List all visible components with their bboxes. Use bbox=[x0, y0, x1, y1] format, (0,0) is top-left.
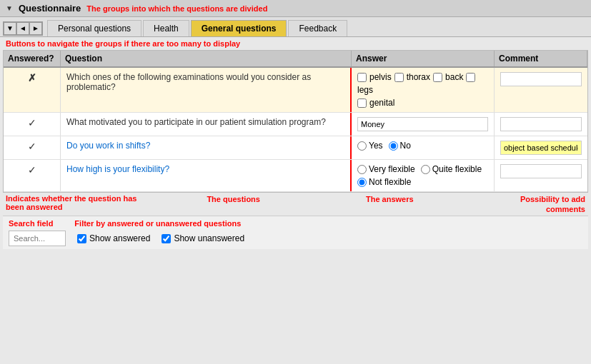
table-header: Answered? Question Answer Comment bbox=[4, 51, 587, 68]
question-text-1: Which ones of the following examinations… bbox=[66, 72, 311, 92]
comment-input-4[interactable] bbox=[500, 164, 582, 178]
radio-yes[interactable] bbox=[357, 141, 367, 151]
question-text-2: What motivated you to participate in our… bbox=[66, 117, 326, 127]
tab-row: ▼ ◄ ► Personal questions Health General … bbox=[0, 17, 591, 37]
checkbox-pelvis[interactable] bbox=[357, 73, 367, 82]
checkbox-back[interactable] bbox=[433, 73, 442, 82]
answered-annotation: Indicates whether the question has been … bbox=[6, 194, 149, 211]
top-bar: ▼ Questionnaire The groups into which th… bbox=[0, 0, 591, 17]
answer-cell-4: Very flexible Quite flexible Not flexibl… bbox=[352, 160, 495, 191]
show-answered-label[interactable]: Show answered bbox=[77, 233, 150, 243]
radio-group-flex1: Very flexible Quite flexible bbox=[357, 164, 488, 174]
answers-annotation: The answers bbox=[366, 195, 414, 203]
ann-right: Possibility to add comments bbox=[492, 194, 585, 214]
header-question: Question bbox=[61, 51, 352, 66]
radio-group-flex2: Not flexible bbox=[357, 177, 488, 187]
header-answer: Answer bbox=[352, 51, 495, 66]
comment-cell-3 bbox=[495, 136, 587, 159]
radio-group-yesno: Yes No bbox=[357, 141, 488, 151]
nav-buttons: ▼ ◄ ► bbox=[3, 21, 43, 36]
comment-cell-1 bbox=[495, 68, 587, 112]
checkbox-group-1: pelvis thorax back legs bbox=[357, 72, 488, 95]
question-text-3: Do you work in shifts? bbox=[66, 141, 150, 151]
show-answered-checkbox[interactable] bbox=[77, 234, 86, 243]
comment-input-1[interactable] bbox=[500, 72, 582, 86]
question-cell-4: How high is your flexibility? bbox=[61, 160, 352, 191]
answer-input-2[interactable] bbox=[357, 117, 488, 131]
ann-left: Indicates whether the question has been … bbox=[6, 194, 149, 211]
checkbox-thorax-label: thorax bbox=[407, 72, 430, 82]
table-row: ✓ Do you work in shifts? Yes No bbox=[4, 136, 587, 160]
annotation-row: Indicates whether the question has been … bbox=[0, 193, 591, 216]
table-row: ✗ Which ones of the following examinatio… bbox=[4, 68, 587, 113]
show-unanswered-checkbox[interactable] bbox=[162, 234, 171, 243]
radio-quitedflex-label[interactable]: Quite flexible bbox=[421, 164, 482, 174]
bottom-controls: Show answered Show unanswered bbox=[9, 231, 582, 246]
radio-notflex[interactable] bbox=[357, 178, 367, 187]
radio-no-label[interactable]: No bbox=[389, 141, 411, 151]
checkbox-group-1b: genital bbox=[357, 98, 488, 108]
radio-no[interactable] bbox=[389, 141, 398, 151]
answer-cell-2 bbox=[352, 113, 495, 136]
question-cell-2: What motivated you to participate in our… bbox=[61, 113, 352, 136]
comment-cell-2 bbox=[495, 113, 587, 136]
ann-right-mid: The answers bbox=[318, 194, 461, 204]
filter-hint: Filter by answered or unanswered questio… bbox=[74, 219, 241, 228]
table-row: ✓ How high is your flexibility? Very fle… bbox=[4, 160, 587, 192]
questions-annotation: The questions bbox=[207, 195, 260, 203]
question-cell-1: Which ones of the following examinations… bbox=[61, 68, 352, 112]
answered-icon-2: ✓ bbox=[28, 117, 36, 128]
answered-icon-4: ✓ bbox=[28, 164, 36, 176]
nav-left-btn[interactable]: ◄ bbox=[16, 22, 29, 35]
radio-quiteflex[interactable] bbox=[421, 165, 430, 174]
header-answered: Answered? bbox=[4, 51, 61, 66]
table-row: ✓ What motivated you to participate in o… bbox=[4, 113, 587, 136]
radio-notflex-label[interactable]: Not flexible bbox=[357, 177, 411, 187]
radio-veryflex-label[interactable]: Very flexible bbox=[357, 164, 415, 174]
checkbox-pelvis-label: pelvis bbox=[369, 72, 392, 82]
collapse-icon[interactable]: ▼ bbox=[6, 4, 13, 12]
radio-yes-text: Yes bbox=[369, 141, 383, 151]
checkbox-thorax[interactable] bbox=[394, 73, 404, 82]
comment-input-2[interactable] bbox=[500, 117, 582, 131]
tab-health[interactable]: Health bbox=[143, 20, 189, 36]
checkbox-genital-label: genital bbox=[369, 98, 394, 108]
radio-quiteflex-text: Quite flexible bbox=[432, 164, 482, 174]
comment-cell-4 bbox=[495, 160, 587, 191]
answered-icon-1: ✗ bbox=[28, 72, 36, 84]
tab-hint-row: Buttons to navigate the groups if there … bbox=[0, 37, 591, 50]
comments-annotation: Possibility to add comments bbox=[520, 195, 585, 213]
table-body: ✗ Which ones of the following examinatio… bbox=[4, 68, 587, 192]
answered-cell-4: ✓ bbox=[4, 160, 61, 191]
bottom-bar: Search field Filter by answered or unans… bbox=[3, 216, 588, 249]
main-table: Answered? Question Answer Comment ✗ Whic… bbox=[3, 50, 588, 193]
bottom-hints: Search field Filter by answered or unans… bbox=[9, 219, 582, 228]
show-answered-text: Show answered bbox=[89, 233, 150, 243]
header-comment: Comment bbox=[495, 51, 587, 66]
groups-hint: The groups into which the questions are … bbox=[86, 4, 267, 13]
radio-veryflex[interactable] bbox=[357, 165, 367, 174]
show-unanswered-label[interactable]: Show unanswered bbox=[162, 233, 244, 243]
nav-right-btn[interactable]: ► bbox=[29, 22, 42, 35]
radio-no-text: No bbox=[400, 141, 411, 151]
question-cell-3: Do you work in shifts? bbox=[61, 136, 352, 159]
nav-down-btn[interactable]: ▼ bbox=[4, 22, 16, 35]
answered-cell-2: ✓ bbox=[4, 113, 61, 136]
checkbox-legs[interactable] bbox=[466, 73, 475, 82]
answer-cell-3: Yes No bbox=[352, 136, 495, 159]
checkbox-genital[interactable] bbox=[357, 98, 367, 108]
radio-veryflex-text: Very flexible bbox=[369, 164, 415, 174]
search-hint: Search field bbox=[9, 219, 53, 228]
tab-general-questions[interactable]: General questions bbox=[191, 20, 287, 36]
answer-cell-1: pelvis thorax back legs genital bbox=[352, 68, 495, 112]
radio-yes-label[interactable]: Yes bbox=[357, 141, 383, 151]
tab-feedback[interactable]: Feedback bbox=[288, 20, 347, 36]
checkbox-legs-label: legs bbox=[357, 85, 373, 95]
tab-hint: Buttons to navigate the groups if there … bbox=[6, 39, 240, 48]
search-input[interactable] bbox=[9, 231, 66, 246]
answered-cell-3: ✓ bbox=[4, 136, 61, 159]
tab-personal-questions[interactable]: Personal questions bbox=[47, 20, 141, 36]
comment-input-3[interactable] bbox=[500, 141, 582, 155]
answered-cell-1: ✗ bbox=[4, 68, 61, 112]
show-unanswered-text: Show unanswered bbox=[174, 233, 244, 243]
